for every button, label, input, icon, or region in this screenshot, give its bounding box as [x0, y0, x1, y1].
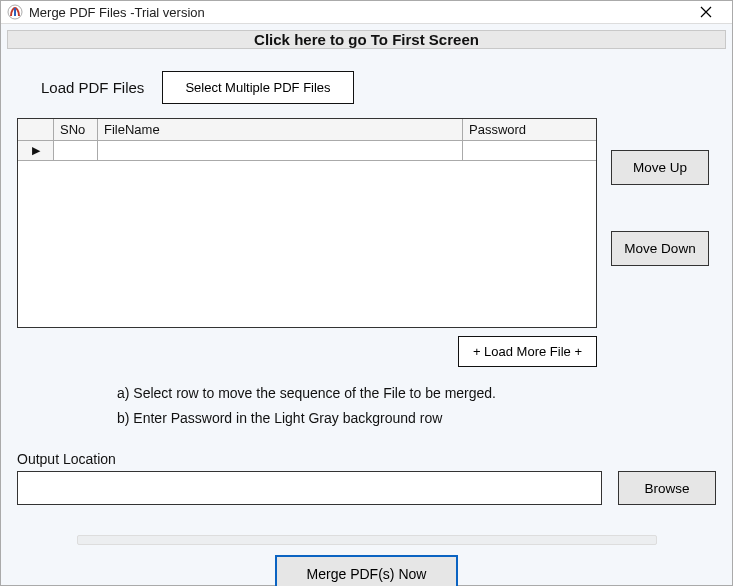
merge-row: Merge PDF(s) Now	[17, 555, 716, 586]
move-down-button[interactable]: Move Down	[611, 231, 709, 266]
output-location-label: Output Location	[17, 451, 716, 467]
row-pointer-icon: ▶	[32, 144, 40, 157]
browse-button[interactable]: Browse	[618, 471, 716, 505]
cell-password[interactable]	[463, 141, 596, 161]
grid-header-password: Password	[463, 119, 596, 141]
side-buttons: Move Up Move Down	[611, 118, 716, 266]
grid-header-filename: FileName	[98, 119, 463, 141]
notes: a) Select row to move the sequence of th…	[117, 381, 716, 431]
table-row[interactable]: ▶	[18, 141, 596, 161]
app-icon	[7, 4, 23, 20]
grid-header-marker	[18, 119, 54, 141]
output-location-input[interactable]	[17, 471, 602, 505]
grid-header-sno: SNo	[54, 119, 98, 141]
titlebar-left: Merge PDF Files -Trial version	[7, 4, 205, 20]
note-b: b) Enter Password in the Light Gray back…	[117, 406, 716, 431]
output-row: Browse	[17, 471, 716, 505]
progress-bar	[77, 535, 657, 545]
close-button[interactable]	[686, 1, 726, 23]
move-up-button[interactable]: Move Up	[611, 150, 709, 185]
app-window: Merge PDF Files -Trial version Click her…	[0, 0, 733, 586]
close-icon	[700, 4, 712, 21]
output-section: Output Location Browse	[17, 451, 716, 505]
load-row: Load PDF Files Select Multiple PDF Files	[41, 71, 716, 104]
window-title: Merge PDF Files -Trial version	[29, 5, 205, 20]
below-grid: + Load More File +	[17, 336, 597, 367]
note-a: a) Select row to move the sequence of th…	[117, 381, 716, 406]
row-marker: ▶	[18, 141, 54, 161]
file-grid[interactable]: SNo FileName Password ▶	[17, 118, 597, 328]
grid-wrap: SNo FileName Password ▶ + Load More	[17, 118, 597, 367]
load-pdf-label: Load PDF Files	[41, 79, 144, 96]
cell-sno[interactable]	[54, 141, 98, 161]
content-area: Load PDF Files Select Multiple PDF Files…	[1, 49, 732, 586]
load-more-file-button[interactable]: + Load More File +	[458, 336, 597, 367]
titlebar: Merge PDF Files -Trial version	[1, 1, 732, 24]
grid-side-wrap: SNo FileName Password ▶ + Load More	[17, 118, 716, 367]
first-screen-banner[interactable]: Click here to go To First Screen	[7, 30, 726, 49]
grid-header: SNo FileName Password	[18, 119, 596, 141]
merge-pdfs-button[interactable]: Merge PDF(s) Now	[275, 555, 459, 586]
cell-filename[interactable]	[98, 141, 463, 161]
banner-label: Click here to go To First Screen	[254, 31, 479, 48]
select-multiple-pdf-button[interactable]: Select Multiple PDF Files	[162, 71, 353, 104]
